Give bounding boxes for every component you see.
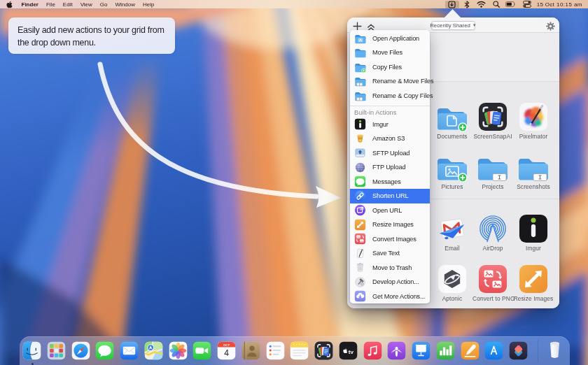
dock-screensnapai[interactable] xyxy=(314,341,333,360)
recently-shared-dropdown[interactable]: Recently Shared ▼ xyxy=(431,21,475,30)
dock-pages[interactable] xyxy=(461,341,479,360)
convert-png-icon xyxy=(472,263,513,294)
dock-podcasts[interactable] xyxy=(387,341,406,360)
menu-go[interactable]: Go xyxy=(96,0,111,8)
menu-finder[interactable]: Finder xyxy=(18,0,42,8)
menu-view[interactable]: View xyxy=(76,0,96,8)
grid-item-pictures[interactable]: Pictures xyxy=(432,151,472,190)
menu-item-messages[interactable]: Messages xyxy=(350,175,430,189)
imgur-app-icon xyxy=(513,213,554,243)
menu-bar-date: 15 Oct xyxy=(537,1,554,8)
dock-mail[interactable] xyxy=(120,341,139,360)
dock-reminders[interactable] xyxy=(266,341,285,360)
menu-item-imgur[interactable]: Imgur xyxy=(350,117,430,132)
settings-gear-button[interactable] xyxy=(546,21,555,30)
grid-item-convert-to-png[interactable]: Convert to PNG xyxy=(472,263,513,302)
folder-rename-icon xyxy=(354,90,366,101)
dock-maps[interactable] xyxy=(144,341,163,360)
menu-item-amazon-s3[interactable]: Amazon S3 xyxy=(350,131,430,146)
menu-item-label: Move Files xyxy=(372,49,402,56)
menu-item-ftp-upload[interactable]: FTP Upload xyxy=(350,160,430,175)
grid-item-resize-images[interactable]: Resize Images xyxy=(513,263,554,302)
menu-item-label: Amazon S3 xyxy=(372,135,405,142)
menu-item-open-application[interactable]: Open Application xyxy=(350,31,430,46)
folder-img-plus-icon xyxy=(432,151,472,182)
dock-trash[interactable] xyxy=(545,341,564,359)
dock-tv[interactable]: tv xyxy=(339,341,358,360)
menu-item-label: Develop Action... xyxy=(372,278,419,285)
menu-item-move-files[interactable]: Move Files xyxy=(350,45,430,60)
dock-messages[interactable] xyxy=(95,341,114,360)
grid-item-label: Imgur xyxy=(513,245,554,252)
grid-item-label: Screenshots xyxy=(513,183,554,190)
aptonic-icon xyxy=(432,263,472,294)
menu-edit[interactable]: Edit xyxy=(59,0,76,8)
messages-icon xyxy=(354,176,366,187)
menu-item-label: Rename & Copy Files xyxy=(372,92,433,99)
dock-music[interactable] xyxy=(363,341,382,360)
grid-item-aptonic[interactable]: Aptonic xyxy=(432,263,472,302)
menu-item-move-to-trash[interactable]: Move to Trash xyxy=(350,261,430,275)
apple-menu[interactable] xyxy=(0,0,18,8)
menu-item-resize-images[interactable]: Resize Images xyxy=(350,217,430,232)
dock-notes[interactable] xyxy=(290,341,309,360)
menu-section-header: Built-in Actions xyxy=(350,108,430,117)
battery-status-icon[interactable] xyxy=(505,0,516,8)
dock-safari[interactable] xyxy=(71,341,90,360)
menu-bar-clock: 10:15 am xyxy=(556,1,582,8)
grid-item-airdrop[interactable]: AirDrop xyxy=(472,213,513,252)
dropzone-status-icon[interactable] xyxy=(445,1,459,8)
menu-item-label: Open Application xyxy=(372,35,419,42)
dock-numbers[interactable] xyxy=(436,341,455,360)
menu-item-rename-move-files[interactable]: Rename & Move Files xyxy=(350,74,430,89)
bluetooth-status-icon[interactable] xyxy=(464,0,470,8)
grid-item-screenshots[interactable]: Screenshots xyxy=(513,151,554,190)
folder-field-icon xyxy=(513,151,554,182)
dock-photos[interactable] xyxy=(169,341,188,360)
dock-contacts[interactable] xyxy=(241,341,260,360)
menu-item-convert-images[interactable]: Convert Images xyxy=(350,232,430,247)
menu-item-save-text[interactable]: Save Text xyxy=(350,246,430,261)
grid-item-screensnapai[interactable]: ScreenSnapAI xyxy=(472,101,513,140)
menu-file[interactable]: File xyxy=(42,0,59,8)
menu-window[interactable]: Window xyxy=(111,0,139,8)
open-url-icon xyxy=(354,204,366,216)
menu-item-shorten-url[interactable]: Shorten URL xyxy=(350,189,430,203)
wifi-status-icon[interactable] xyxy=(477,0,486,8)
dock-facetime[interactable] xyxy=(192,341,211,360)
menu-item-rename-copy-files[interactable]: Rename & Copy Files xyxy=(350,89,430,103)
menu-item-open-url[interactable]: Open URL xyxy=(350,203,430,218)
amazon-s3-icon xyxy=(354,133,366,145)
menu-item-get-more-actions[interactable]: Get More Actions... xyxy=(350,289,430,304)
dock-finder[interactable] xyxy=(22,341,41,360)
dock-keynote[interactable] xyxy=(412,341,430,360)
menu-item-label: Copy Files xyxy=(372,64,402,71)
menu-item-copy-files[interactable]: Copy Files xyxy=(350,60,430,75)
add-action-button[interactable] xyxy=(353,21,362,30)
grid-item-label: Projects xyxy=(472,183,513,190)
dock-shortcuts[interactable] xyxy=(509,341,528,360)
svg-text:4: 4 xyxy=(224,348,229,358)
menu-item-sftp-upload[interactable]: SFTP Upload xyxy=(350,146,430,161)
caret-down-icon: ▼ xyxy=(472,23,477,27)
search-status-icon[interactable] xyxy=(493,0,500,8)
grid-item-documents[interactable]: Documents xyxy=(432,101,472,140)
dock-app-store[interactable] xyxy=(484,341,503,360)
menu-item-label: Save Text xyxy=(372,250,400,257)
menu-item-label: Convert Images xyxy=(372,236,416,243)
convert-images-icon xyxy=(354,233,366,245)
grid-item-pixelmator[interactable]: Pixelmator xyxy=(513,101,554,140)
grid-item-imgur[interactable]: Imgur xyxy=(513,213,554,252)
menu-item-label: Imgur xyxy=(372,121,388,128)
dock-calendar[interactable]: OCT4 xyxy=(217,341,236,360)
grid-item-email[interactable]: Email xyxy=(432,213,472,252)
menu-item-develop-action[interactable]: Develop Action... xyxy=(350,275,430,289)
grid-item-label: Pictures xyxy=(432,183,472,190)
collapse-button[interactable] xyxy=(367,22,375,29)
folder-app-icon xyxy=(354,32,366,44)
control-center-status-icon[interactable] xyxy=(523,0,531,8)
grid-item-projects[interactable]: Projects xyxy=(472,151,513,190)
dock-launchpad[interactable] xyxy=(47,341,66,360)
grid-item-label: Pixelmator xyxy=(513,133,554,140)
menu-help[interactable]: Help xyxy=(139,0,158,8)
